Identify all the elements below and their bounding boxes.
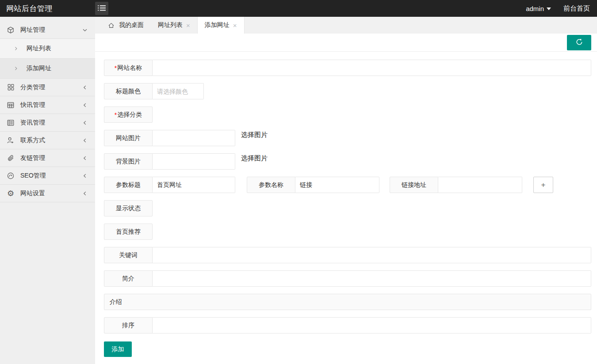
sidebar-item-seo[interactable]: SEO管理 [0,167,95,185]
param-name-input[interactable] [295,177,379,193]
choose-bg-image-link[interactable]: 选择图片 [241,154,268,163]
gear-icon: ⚙ [6,189,15,198]
site-image-label: 网站图片 [104,130,153,146]
frontend-home-link[interactable]: 前台首页 [563,4,590,13]
table-icon [6,101,15,110]
tab-label: 网址列表 [158,21,183,29]
user-icon [6,136,15,145]
form-row-display-status: 显示状态 [104,200,591,216]
chevron-left-icon [82,137,88,144]
refresh-icon [575,38,584,48]
form-row-params: 参数标题 参数名称 链接地址 + [104,177,591,193]
sidebar-item-label: 快讯管理 [20,101,45,109]
close-icon[interactable]: × [186,22,190,29]
category-label: *选择分类 [104,106,153,123]
chevron-left-icon [82,84,88,91]
param-title-input[interactable] [153,177,235,193]
sidebar-item-news-management[interactable]: 快讯管理 [0,96,95,114]
home-recommend-label: 首页推荐 [104,224,153,240]
sidebar-subitem-label: 网址列表 [27,45,51,53]
sidebar-item-url-list[interactable]: 网址列表 [0,39,95,59]
required-marker: * [115,64,117,72]
param-title-group: 参数标题 [104,177,235,193]
sidebar: 网址管理 网址列表 添加网址 [0,17,95,364]
intro-label: 简介 [104,270,153,287]
link-address-label: 链接地址 [390,177,438,193]
link-address-input[interactable] [438,177,522,193]
sidebar-item-label: 联系方式 [20,136,45,144]
sidebar-item-site-settings[interactable]: ⚙ 网站设置 [0,185,95,202]
user-menu[interactable]: admin [526,5,551,12]
home-icon [108,22,115,29]
bg-image-input[interactable] [153,153,235,170]
tab-add-url[interactable]: 添加网址 × [197,17,245,34]
close-icon[interactable]: × [233,22,237,29]
topbar-right: admin 前台首页 [526,4,597,13]
paperclip-icon [6,154,15,163]
sidebar-item-label: 友链管理 [20,154,45,162]
form-row-home-recommend: 首页推荐 [104,224,591,240]
compass-icon [6,171,15,180]
add-url-form: *网站名称 标题颜色 *选择分类 网站图片 选择图片 [95,52,597,364]
sidebar-subitem-label: 添加网址 [27,64,51,72]
display-status-label: 显示状态 [104,200,153,216]
sidebar-item-contact[interactable]: 联系方式 [0,132,95,149]
choose-site-image-link[interactable]: 选择图片 [241,131,268,139]
title-color-input[interactable] [153,83,204,99]
form-icon [6,118,15,127]
app-title: 网站后台管理 [0,4,95,14]
sidebar-item-url-management[interactable]: 网址管理 [0,21,95,39]
cube-icon [6,26,15,34]
admin-app: 网站后台管理 admin 前台首页 [0,0,597,364]
param-title-label: 参数标题 [104,177,153,193]
description-field[interactable]: 介绍 [104,294,591,310]
keywords-input[interactable] [153,247,591,263]
hamburger-icon [98,4,106,13]
sidebar-item-label: SEO管理 [20,172,46,180]
form-row-title-color: 标题颜色 [104,83,591,99]
sidebar-item-label: 资讯管理 [20,119,45,127]
sort-input[interactable] [153,317,591,334]
param-name-group: 参数名称 [247,177,379,193]
add-param-button[interactable]: + [533,177,553,193]
tab-label: 我的桌面 [119,21,144,29]
tab-my-desktop[interactable]: 我的桌面 [101,17,151,34]
title-color-label: 标题颜色 [104,83,153,99]
sidebar-item-category-management[interactable]: 分类管理 [0,79,95,96]
tab-bar: 我的桌面 网址列表 × 添加网址 × [95,17,597,34]
chevron-right-icon [13,66,19,71]
sidebar-item-label: 网址管理 [20,26,45,34]
form-row-description: 介绍 [104,294,591,310]
site-image-input[interactable] [153,130,235,146]
tab-url-list[interactable]: 网址列表 × [151,17,197,34]
menu-toggle-button[interactable] [95,2,108,15]
refresh-button[interactable] [567,35,591,50]
chevron-left-icon [82,173,88,179]
chevron-left-icon [82,190,88,197]
grid-icon [6,83,15,92]
form-row-bg-image: 背景图片 选择图片 [104,153,591,170]
sidebar-item-info-management[interactable]: 资讯管理 [0,114,95,132]
chevron-left-icon [82,102,88,108]
site-name-label: *网站名称 [104,60,153,76]
param-name-label: 参数名称 [247,177,295,193]
keywords-label: 关键词 [104,247,153,263]
form-row-site-image: 网站图片 选择图片 [104,130,591,146]
sidebar-item-add-url[interactable]: 添加网址 [0,59,95,79]
chevron-right-icon [13,46,19,51]
site-name-input[interactable] [153,60,591,76]
chevron-left-icon [82,155,88,161]
sidebar-item-friend-links[interactable]: 友链管理 [0,149,95,167]
form-row-sort: 排序 [104,317,591,334]
form-row-keywords: 关键词 [104,247,591,263]
chevron-down-icon [82,27,88,33]
top-bar: 网站后台管理 admin 前台首页 [0,0,597,17]
chevron-left-icon [82,120,88,126]
main-area: 我的桌面 网址列表 × 添加网址 × [95,17,597,364]
submit-add-button[interactable]: 添加 [104,341,132,357]
intro-input[interactable] [153,270,591,287]
link-address-group: 链接地址 [390,177,522,193]
sort-label: 排序 [104,317,153,334]
form-row-category: *选择分类 [104,106,591,123]
bg-image-label: 背景图片 [104,153,153,170]
